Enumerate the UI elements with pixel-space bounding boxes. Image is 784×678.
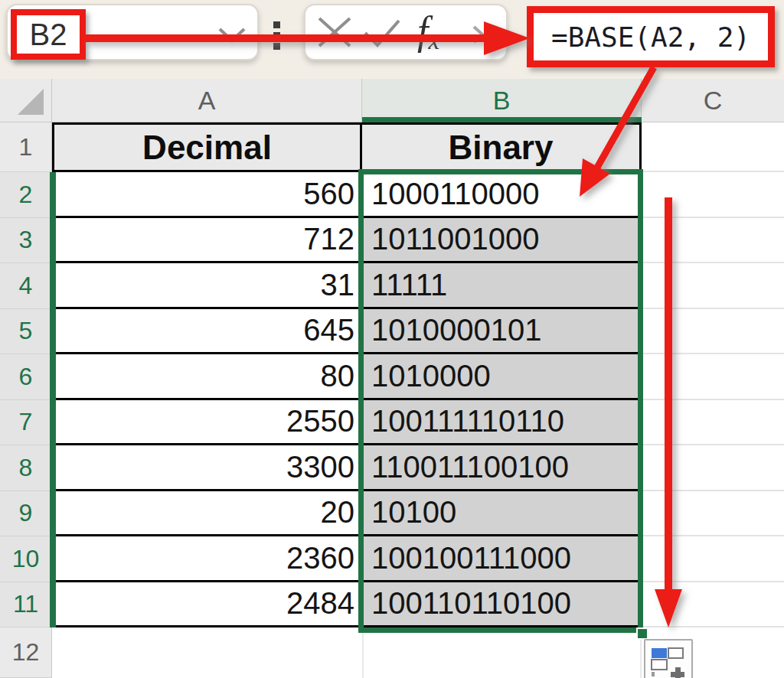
cell-empty[interactable]	[642, 172, 784, 218]
cell-decimal[interactable]: 20	[52, 491, 362, 537]
column-b-header-underline	[362, 117, 642, 122]
cell-empty[interactable]	[362, 627, 642, 678]
column-header-a[interactable]: A	[52, 79, 362, 122]
cell-decimal[interactable]: 712	[52, 218, 362, 264]
selection-border-b2-b11	[358, 169, 643, 633]
row-header[interactable]: 11	[0, 582, 52, 628]
select-all-triangle-icon	[16, 86, 47, 118]
row-header[interactable]: 7	[0, 400, 52, 446]
name-box-annotation-red-rect: B2	[11, 9, 86, 60]
cell-empty[interactable]	[642, 354, 784, 400]
cell-decimal[interactable]: 645	[52, 309, 362, 355]
formula-text[interactable]: =BASE(A2, 2)	[551, 21, 750, 53]
cell-decimal[interactable]: 2550	[52, 400, 362, 446]
column-header-b[interactable]: B	[362, 79, 642, 122]
cell-a1-decimal-header[interactable]: Decimal	[52, 122, 362, 172]
row-header[interactable]: 4	[0, 263, 52, 309]
row-header[interactable]: 6	[0, 354, 52, 400]
row-header[interactable]: 12	[0, 627, 52, 678]
formula-bar-strip: B2 fx =BASE(A2, 2)	[0, 0, 784, 79]
name-box[interactable]: B2	[6, 4, 259, 60]
cell-empty[interactable]	[642, 445, 784, 491]
cell-decimal[interactable]: 80	[52, 354, 362, 400]
cell-decimal[interactable]: 31	[52, 263, 362, 309]
autofill-options-icon	[649, 647, 688, 678]
cell-decimal[interactable]: 3300	[52, 445, 362, 491]
select-all-corner[interactable]	[0, 79, 52, 122]
spreadsheet-grid: A B C 1 Decimal Binary 2 560 1000110000 …	[0, 79, 784, 678]
cell-empty[interactable]	[642, 309, 784, 355]
separator-dot	[273, 21, 280, 28]
cell-empty[interactable]	[642, 536, 784, 582]
cell-empty[interactable]	[52, 627, 362, 678]
fill-handle[interactable]	[636, 627, 648, 640]
cell-decimal[interactable]: 560	[52, 172, 362, 218]
formula-bar-buttons: fx	[304, 4, 508, 60]
cell-empty[interactable]	[642, 491, 784, 537]
table-row: 1 Decimal Binary	[0, 122, 784, 172]
row-header[interactable]: 10	[0, 536, 52, 582]
cell-empty[interactable]	[642, 263, 784, 309]
name-box-value[interactable]: B2	[30, 18, 67, 52]
autofill-options-button[interactable]	[644, 639, 693, 678]
formula-annotation-red-rect: =BASE(A2, 2)	[527, 6, 775, 67]
row-header[interactable]: 5	[0, 309, 52, 355]
row-header[interactable]: 9	[0, 491, 52, 537]
cell-empty[interactable]	[642, 218, 784, 264]
cell-b1-binary-header[interactable]: Binary	[362, 122, 642, 172]
cell-c1[interactable]	[642, 122, 784, 172]
row-header[interactable]: 3	[0, 218, 52, 264]
cell-decimal[interactable]: 2360	[52, 536, 362, 582]
row-header[interactable]: 8	[0, 445, 52, 491]
chevron-right-icon[interactable]	[471, 24, 486, 48]
insert-function-fx-icon[interactable]: fx	[417, 8, 439, 55]
separator-dot	[273, 43, 280, 50]
cell-decimal[interactable]: 2484	[52, 582, 362, 628]
cancel-icon[interactable]	[316, 16, 353, 51]
column-header-c[interactable]: C	[642, 79, 784, 122]
row-header[interactable]: 2	[0, 172, 52, 218]
column-headers: A B C	[0, 79, 784, 122]
separator-dot	[273, 32, 280, 39]
chevron-down-icon[interactable]	[216, 25, 248, 48]
enter-check-icon[interactable]	[362, 18, 402, 51]
row-header[interactable]: 1	[0, 122, 52, 172]
cell-empty[interactable]	[642, 400, 784, 446]
cell-empty[interactable]	[642, 582, 784, 628]
column-a-green-border	[50, 172, 56, 627]
